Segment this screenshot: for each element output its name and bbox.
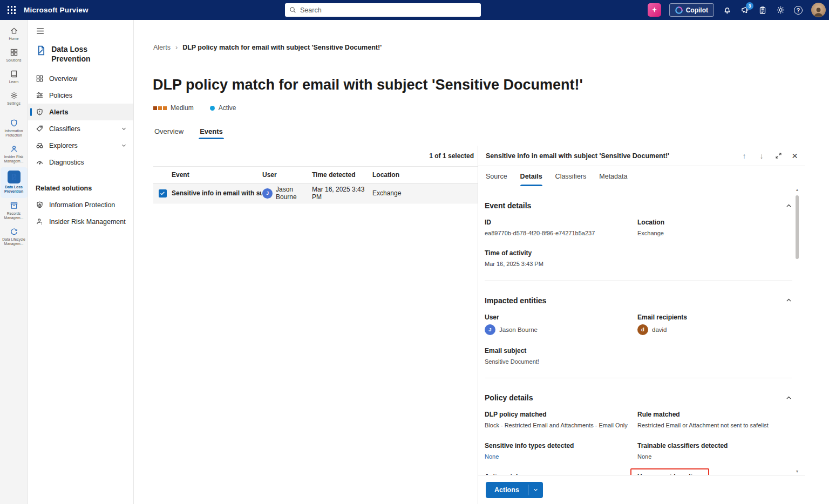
severity-squares-icon — [153, 106, 167, 110]
recipient-name: david — [652, 326, 667, 333]
dlp-app-tile — [8, 171, 21, 183]
rail-item-settings[interactable]: Settings — [1, 88, 28, 110]
scroll-up-icon[interactable]: ▲ — [794, 188, 800, 192]
impacted-user-name: Jason Bourne — [499, 326, 538, 333]
previous-item-arrow-icon[interactable]: ↑ — [740, 152, 749, 160]
sensitive-info-types-link[interactable]: None — [485, 453, 637, 461]
notifications-bell-icon[interactable] — [722, 5, 732, 15]
status-dot-icon — [210, 106, 215, 111]
tasks-clipboard-icon[interactable] — [758, 5, 767, 15]
check-icon — [160, 190, 165, 196]
column-header-event[interactable]: Event — [172, 171, 262, 179]
app-launcher-waffle-icon[interactable] — [0, 0, 23, 20]
sidebar-item-overview[interactable]: Overview — [28, 70, 133, 87]
rail-item-records-management[interactable]: Records Managem... — [1, 198, 28, 224]
close-panel-icon[interactable]: × — [792, 151, 798, 161]
breadcrumb-current: DLP policy match for email with subject … — [182, 44, 382, 51]
help-icon[interactable]: ? — [793, 5, 803, 15]
section-divider — [485, 378, 792, 378]
panel-tab-classifiers[interactable]: Classifiers — [555, 166, 587, 186]
next-item-arrow-icon[interactable]: ↓ — [757, 152, 766, 160]
solutions-grid-icon — [10, 48, 18, 57]
sidebar-item-insider-risk-management[interactable]: Insider Risk Management — [28, 213, 133, 230]
settings-gear-icon[interactable] — [776, 5, 785, 15]
scrollbar-thumb[interactable] — [796, 195, 799, 259]
chevron-up-icon[interactable] — [785, 394, 792, 401]
notification-count-badge: 3 — [746, 2, 753, 10]
dlp-solution-icon — [36, 45, 46, 56]
rail-item-data-lifecycle[interactable]: Data Lifecycle Managem... — [1, 224, 28, 250]
home-icon — [10, 26, 18, 35]
section-impacted-entities: Impacted entities — [485, 296, 792, 305]
time-cell: Mar 16, 2025 3:43 PM — [312, 186, 372, 201]
gear-icon — [10, 91, 18, 100]
global-search[interactable] — [285, 3, 481, 17]
classifiers-tag-icon — [36, 125, 44, 133]
chevron-up-icon[interactable] — [785, 202, 792, 209]
actions-split-button: Actions — [486, 482, 543, 498]
field-email-recipients: Email recipients d david — [637, 314, 792, 335]
column-header-location[interactable]: Location — [372, 171, 478, 179]
recipient-avatar: d — [637, 324, 648, 335]
row-checkbox[interactable] — [159, 189, 167, 197]
person-icon — [10, 145, 18, 153]
actions-button[interactable]: Actions — [486, 482, 528, 498]
announcements-megaphone-icon[interactable]: 3 — [740, 5, 750, 15]
location-cell: Exchange — [372, 189, 478, 197]
panel-body: Event details ID ea89770b-d578-4f20-8f96… — [478, 186, 805, 475]
field-id: ID ea89770b-d578-4f20-8f96-e74271b5a237 — [485, 219, 637, 237]
expand-panel-icon[interactable] — [774, 152, 783, 160]
chevron-up-icon[interactable] — [785, 297, 792, 304]
scroll-down-icon[interactable]: ▼ — [794, 469, 800, 473]
sidebar-item-policies[interactable]: Policies — [28, 87, 133, 104]
section-event-details: Event details — [485, 201, 792, 210]
field-email-subject: Email subject Sensitive Document! — [485, 347, 637, 366]
field-time-of-activity: Time of activity Mar 16, 2025 3:43 PM — [485, 249, 637, 268]
person-silhouette-icon — [813, 6, 824, 17]
top-app-bar: Microsoft Purview Copilot — [0, 0, 829, 20]
rail-item-learn[interactable]: Learn — [1, 66, 28, 88]
field-sensitive-info-types: Sensitive info types detected None — [485, 442, 637, 461]
nav-collapse-hamburger-icon[interactable] — [36, 26, 45, 36]
panel-tab-details[interactable]: Details — [520, 166, 542, 186]
user-avatar-initial: J — [262, 188, 273, 199]
section-policy-details: Policy details — [485, 393, 792, 402]
user-cell: J Jason Bourne — [262, 186, 312, 201]
rail-item-solutions[interactable]: Solutions — [1, 45, 28, 66]
sidebar-item-explorers[interactable]: Explorers — [28, 137, 133, 154]
alert-meta-row: Medium Active — [153, 104, 236, 112]
column-header-time[interactable]: Time detected — [312, 171, 372, 179]
rail-item-information-protection[interactable]: Information Protection — [1, 115, 28, 141]
alerts-shield-icon — [36, 108, 44, 116]
sidebar-item-classifiers[interactable]: Classifiers — [28, 120, 133, 137]
rail-item-home[interactable]: Home — [1, 23, 28, 45]
copilot-promo-button[interactable] — [648, 3, 661, 17]
field-rule-matched: Rule matched Restricted Email or Attachm… — [637, 411, 792, 430]
rail-item-insider-risk[interactable]: Insider Risk Managem... — [1, 141, 28, 167]
field-trainable-classifiers: Trainable classifiers detected None — [637, 442, 792, 461]
copilot-button[interactable]: Copilot — [669, 3, 714, 17]
tab-overview[interactable]: Overview — [153, 123, 185, 139]
event-cell[interactable]: Sensitive info in email with subj... — [172, 189, 262, 197]
breadcrumb-separator-icon: › — [175, 44, 178, 51]
user-avatar[interactable] — [811, 3, 826, 17]
shield-icon — [10, 119, 18, 127]
shield-lock-icon — [36, 201, 44, 209]
status-badge: Active — [210, 104, 236, 112]
event-table-row[interactable]: Sensitive info in email with subj... J J… — [153, 183, 478, 203]
breadcrumb-alerts-link[interactable]: Alerts — [153, 44, 171, 51]
tab-events[interactable]: Events — [199, 123, 224, 139]
panel-tab-source[interactable]: Source — [486, 166, 507, 186]
user-name: Jason Bourne — [276, 186, 312, 201]
panel-tab-metadata[interactable]: Metadata — [599, 166, 627, 186]
panel-scrollbar[interactable]: ▲ ▼ — [794, 188, 800, 473]
search-input[interactable] — [300, 6, 477, 14]
sidebar-item-diagnostics[interactable]: Diagnostics — [28, 154, 133, 171]
column-header-user[interactable]: User — [262, 171, 312, 179]
rail-item-data-loss-prevention[interactable]: Data Loss Prevention — [1, 167, 28, 197]
actions-dropdown-button[interactable] — [528, 482, 543, 498]
person-risk-icon — [36, 217, 44, 226]
sidebar-item-alerts[interactable]: Alerts — [28, 104, 133, 120]
dlp-sidebar: Data Loss Prevention Overview Policies A… — [28, 20, 134, 504]
sidebar-item-information-protection[interactable]: Information Protection — [28, 196, 133, 213]
